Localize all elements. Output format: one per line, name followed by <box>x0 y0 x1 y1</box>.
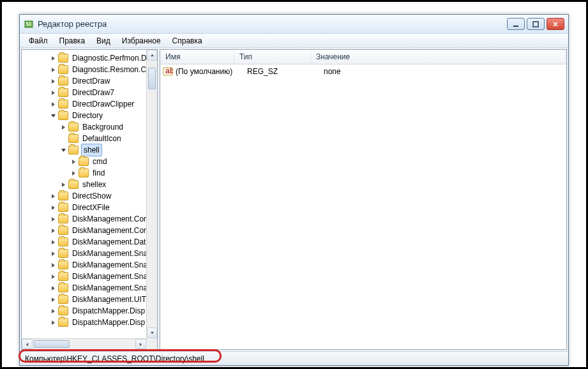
svg-rect-5 <box>533 22 538 27</box>
tree-scroll-area[interactable]: Diagnostic.Perfmon.DDiagnostic.Resmon.CD… <box>22 50 146 338</box>
menu-file[interactable]: Файл <box>24 35 53 47</box>
tree-node[interactable]: DefaultIcon <box>24 133 146 144</box>
tree-node[interactable]: DiskManagement.Sna <box>24 259 146 271</box>
menu-help[interactable]: Справка <box>167 35 207 47</box>
tree-node-label: DiskManagement.Sna <box>71 271 146 282</box>
column-value[interactable]: Значение <box>311 50 566 64</box>
scroll-thumb-horizontal[interactable] <box>34 340 70 348</box>
expand-icon[interactable] <box>50 296 57 303</box>
folder-icon <box>58 54 68 63</box>
column-type[interactable]: Тип <box>234 50 311 64</box>
tree-horizontal-scrollbar[interactable] <box>22 338 146 349</box>
expand-icon[interactable] <box>50 308 57 315</box>
folder-icon <box>68 123 79 132</box>
string-value-icon: ab <box>163 66 173 77</box>
expand-icon[interactable] <box>50 89 57 96</box>
folder-icon <box>58 249 68 258</box>
expand-icon[interactable] <box>50 273 57 280</box>
tree-node[interactable]: Directory <box>24 110 146 121</box>
column-name[interactable]: Имя <box>160 50 234 64</box>
expand-icon[interactable] <box>50 239 57 246</box>
expand-icon[interactable] <box>50 262 57 269</box>
tree-node[interactable]: cmd <box>24 156 146 167</box>
tree-node-label: DiskManagement.Dat <box>71 236 146 248</box>
collapse-icon[interactable] <box>50 112 57 119</box>
expand-icon[interactable] <box>50 285 57 292</box>
menu-favorites[interactable]: Избранное <box>117 35 166 47</box>
tree-node[interactable]: DirectShow <box>24 190 146 202</box>
folder-icon <box>58 237 68 246</box>
window-buttons <box>507 18 564 30</box>
values-pane: Имя Тип Значение ab(По умолчанию)REG_SZn… <box>160 49 567 350</box>
scroll-thumb-vertical[interactable] <box>148 68 156 89</box>
expand-icon[interactable] <box>50 250 57 257</box>
folder-icon <box>58 192 68 200</box>
menu-edit[interactable]: Правка <box>54 35 91 47</box>
tree-node[interactable]: Diagnostic.Perfmon.D <box>24 52 146 64</box>
values-list[interactable]: ab(По умолчанию)REG_SZnone <box>160 64 566 349</box>
statusbar: Компьютер\HKEY_CLASSES_ROOT\Directory\sh… <box>20 351 568 365</box>
expand-icon[interactable] <box>50 204 57 211</box>
menu-view[interactable]: Вид <box>91 35 116 47</box>
tree-node[interactable]: DiskManagement.Cor <box>24 213 146 225</box>
tree-node[interactable]: DiskManagement.Sna <box>24 282 146 294</box>
folder-icon <box>58 215 68 223</box>
tree-vertical-scrollbar[interactable] <box>146 50 157 338</box>
scroll-right-button[interactable] <box>135 339 146 349</box>
expand-icon[interactable] <box>50 216 57 223</box>
regedit-window: Редактор реестра Файл Правка Вид Избранн… <box>19 14 569 366</box>
folder-icon <box>58 88 68 97</box>
expand-icon[interactable] <box>50 66 57 73</box>
tree-node[interactable]: DiskManagement.Sna <box>24 271 146 282</box>
tree-node[interactable]: DirectDraw7 <box>24 87 146 98</box>
expand-icon[interactable] <box>60 181 67 188</box>
tree-node[interactable]: DiskManagement.Dat <box>24 236 146 248</box>
tree-node-label: Directory <box>71 110 104 121</box>
scroll-up-button[interactable] <box>147 50 157 61</box>
scroll-down-button[interactable] <box>147 328 157 338</box>
close-button[interactable] <box>547 18 564 30</box>
expand-icon[interactable] <box>70 158 77 165</box>
tree-node[interactable]: DirectDrawClipper <box>24 98 146 110</box>
tree-node[interactable]: Diagnostic.Resmon.C <box>24 64 146 75</box>
tree-node[interactable]: shell <box>24 144 146 156</box>
tree-node[interactable]: DirectDraw <box>24 75 146 87</box>
maximize-button[interactable] <box>527 18 545 30</box>
tree-node-label: DiskManagement.Sna <box>71 248 146 259</box>
expand-icon[interactable] <box>50 227 57 234</box>
tree-node[interactable]: DirectXFile <box>24 202 146 213</box>
svg-rect-4 <box>513 26 518 27</box>
folder-icon <box>79 157 89 166</box>
expand-icon[interactable] <box>50 101 57 108</box>
minimize-button[interactable] <box>507 18 525 30</box>
tree-node[interactable]: find <box>24 167 146 179</box>
expand-icon[interactable] <box>70 170 77 177</box>
tree-node[interactable]: DiskManagement.UIT <box>24 294 146 305</box>
collapse-icon[interactable] <box>60 147 67 154</box>
tree-node[interactable]: shellex <box>24 179 146 190</box>
tree-pane: Diagnostic.Perfmon.DDiagnostic.Resmon.CD… <box>21 49 158 350</box>
tree-node-label: DispatchMapper.Disp <box>71 305 146 317</box>
expand-icon[interactable] <box>50 319 57 326</box>
tree-node-label: DirectDrawClipper <box>71 98 135 110</box>
svg-text:ab: ab <box>165 66 173 75</box>
value-row[interactable]: ab(По умолчанию)REG_SZnone <box>160 66 566 77</box>
expand-icon[interactable] <box>50 193 57 200</box>
titlebar[interactable]: Редактор реестра <box>20 15 568 34</box>
expand-icon[interactable] <box>50 78 57 85</box>
tree-node[interactable]: DiskManagement.Cor <box>24 225 146 236</box>
tree-node-label: DefaultIcon <box>81 133 123 144</box>
tree-node[interactable]: DiskManagement.Sna <box>24 248 146 259</box>
tree-node[interactable]: DispatchMapper.Disp <box>24 305 146 317</box>
expand-icon[interactable] <box>50 55 57 62</box>
expand-icon[interactable] <box>60 124 67 131</box>
folder-icon <box>58 77 68 86</box>
scroll-left-button[interactable] <box>22 339 33 349</box>
app-frame: Редактор реестра Файл Правка Вид Избранн… <box>0 0 588 369</box>
folder-icon <box>58 295 68 304</box>
value-name: (По умолчанию) <box>176 67 247 76</box>
tree-node[interactable]: DispatchMapper.Disp <box>24 317 146 328</box>
folder-icon <box>79 169 89 177</box>
tree-node[interactable]: Background <box>24 121 146 133</box>
scroll-corner <box>146 338 157 349</box>
